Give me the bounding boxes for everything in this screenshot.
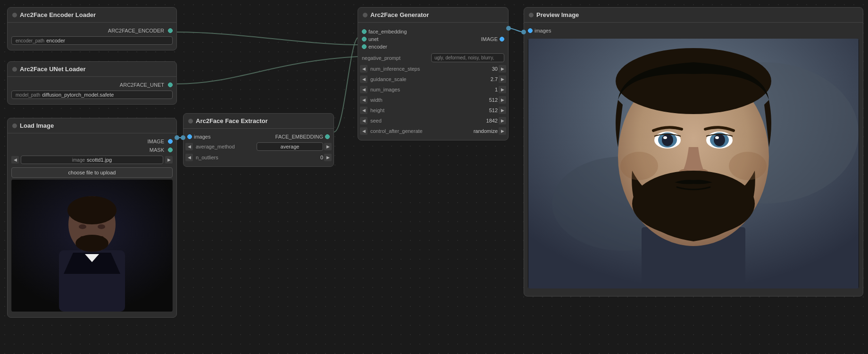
encoder-input-row: encoder [362,43,407,50]
height-label: height [368,107,478,113]
num-inference-steps-row: ◀ num_inference_steps 30 ▶ [358,64,508,74]
face-extractor-title: Arc2Face Face Extractor [196,117,267,124]
width-prev-btn[interactable]: ◀ [360,96,367,104]
seed-value: 1842 [479,118,498,123]
unet-input-port[interactable] [362,37,367,41]
image-output-group: IMAGE [481,36,504,42]
unet-loader-status-dot [12,67,17,72]
face-extractor-io-row: images FACE_EMBEDDING [184,132,334,141]
arc2face-encoder-output-row: ARC2FACE_ENCODER [8,26,176,35]
guidance-scale-next-btn[interactable]: ▶ [499,75,506,83]
svg-point-21 [715,136,719,139]
image-field[interactable]: image scottd1.jpg [21,156,163,164]
width-next-btn[interactable]: ▶ [499,96,506,104]
num-images-next-btn[interactable]: ▶ [499,86,506,93]
height-value: 512 [479,107,498,113]
average-method-next-btn[interactable]: ▶ [324,143,332,150]
height-next-btn[interactable]: ▶ [499,107,506,114]
n-outliers-prev-btn[interactable]: ◀ [185,154,193,161]
arc2face-unet-output-row: ARC2FACE_UNET [8,81,176,89]
images-input-port[interactable] [187,134,192,139]
num-inference-steps-next-btn[interactable]: ▶ [499,65,506,73]
image-next-btn[interactable]: ▶ [165,156,173,164]
svg-point-19 [714,134,725,146]
encoder-path-value: encoder [46,38,65,43]
model-path-value: diffusion_pytorch_model.safete [42,92,114,98]
negative-prompt-label: negative_prompt [360,55,428,61]
arc2face-encoder-output-port[interactable] [168,28,173,33]
image-output-port[interactable] [168,139,173,144]
model-path-field[interactable]: model_path diffusion_pytorch_model.safet… [11,91,173,99]
preview-image-node: Preview Image images [524,7,863,296]
model-path-row: model_path diffusion_pytorch_model.safet… [8,89,176,100]
arc2face-unet-output-port[interactable] [168,82,173,87]
height-prev-btn[interactable]: ◀ [360,107,367,114]
image-prev-btn[interactable]: ◀ [11,156,19,164]
unet-input-label: unet [368,36,378,42]
seed-row: ◀ seed 1842 ▶ [358,115,508,126]
num-images-row: ◀ num_images 1 ▶ [358,84,508,95]
encoder-loader-status-dot [12,13,17,17]
face-embedding-input-port[interactable] [362,29,367,34]
image-field-label: image [72,157,85,163]
preview-image-status-dot [529,13,534,17]
unet-loader-body: ARC2FACE_UNET model_path diffusion_pytor… [8,77,176,104]
svg-point-3 [67,196,117,224]
load-image-body: IMAGE MASK ◀ image scottd1.jpg ▶ choose … [8,133,176,317]
encoder-loader-body: ARC2FACE_ENCODER encoder_path encoder [8,23,176,50]
svg-point-4 [79,224,86,229]
control-after-generate-prev-btn[interactable]: ◀ [360,127,367,135]
face-extractor-status-dot [188,119,193,123]
preview-image-body: images [524,23,863,296]
svg-point-13 [616,48,771,114]
unet-loader-title: Arc2Face UNet Loader [20,66,85,73]
mask-output-port[interactable] [168,148,173,152]
negative-prompt-value[interactable]: ugly, deformed, noisy, blurry, [431,53,504,62]
n-outliers-value: 0 [304,155,323,160]
preview-images-input-label: images [534,28,551,33]
encoder-input-port[interactable] [362,44,367,49]
average-method-label: average_method [194,144,256,149]
width-label: width [368,97,478,103]
control-after-generate-label: control_after_generate [368,128,473,134]
face-extractor-body: images FACE_EMBEDDING ◀ average_method a… [184,129,334,166]
choose-file-button[interactable]: choose file to upload [11,167,173,178]
guidance-scale-row: ◀ guidance_scale 2.7 ▶ [358,74,508,84]
unet-loader-header: Arc2Face UNet Loader [8,62,176,77]
guidance-scale-value: 2.7 [479,76,498,82]
control-after-generate-next-btn[interactable]: ▶ [499,127,506,135]
average-method-prev-btn[interactable]: ◀ [185,143,193,150]
arc2face-unet-output-label: ARC2FACE_UNET [120,82,164,88]
encoder-input-label: encoder [368,44,387,49]
seed-next-btn[interactable]: ▶ [499,117,506,124]
guidance-scale-prev-btn[interactable]: ◀ [360,75,367,83]
average-method-row: ◀ average_method average ▶ [184,141,334,152]
n-outliers-row: ◀ n_outliers 0 ▶ [184,152,334,163]
image-output-row: IMAGE [8,137,176,146]
face-extractor-header: Arc2Face Face Extractor [184,114,334,129]
svg-point-26 [729,152,767,180]
svg-point-20 [663,136,667,139]
encoder-loader-header: Arc2Face Encoder Loader [8,8,176,23]
svg-point-25 [620,152,658,180]
face-extractor-node: Arc2Face Face Extractor images FACE_EMBE… [183,113,334,167]
preview-images-input-port[interactable] [528,28,533,33]
num-inference-steps-prev-btn[interactable]: ◀ [360,65,367,73]
num-images-label: num_images [368,87,478,92]
load-image-title: Load Image [20,122,54,129]
num-images-prev-btn[interactable]: ◀ [360,86,367,93]
mask-output-label: MASK [150,147,164,153]
generator-title: Arc2Face Generator [370,11,429,18]
output-image-svg [528,39,859,288]
seed-prev-btn[interactable]: ◀ [360,117,367,124]
generator-image-output-port[interactable] [500,37,504,41]
generator-image-output-label: IMAGE [481,36,498,42]
image-output-label: IMAGE [148,139,164,144]
num-inference-steps-label: num_inference_steps [368,66,478,72]
n-outliers-next-btn[interactable]: ▶ [324,154,332,161]
encoder-path-field[interactable]: encoder_path encoder [11,36,173,45]
face-embedding-output-port[interactable] [325,134,330,139]
svg-point-7 [75,235,108,252]
load-image-preview [11,180,173,312]
average-method-value[interactable]: average [257,142,323,151]
